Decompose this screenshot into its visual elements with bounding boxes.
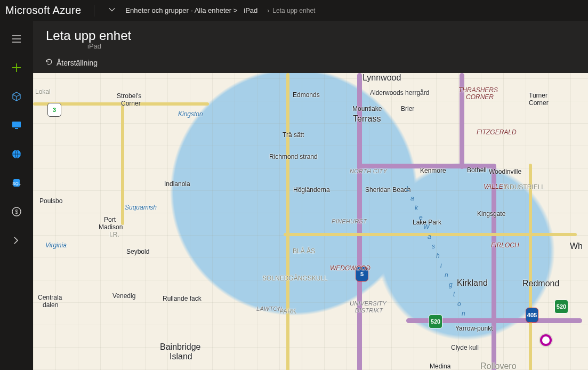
map-label: FITZGERALD	[477, 128, 517, 136]
globe-icon[interactable]	[10, 148, 23, 160]
breadcrumb-sep: ›	[264, 7, 272, 14]
map-label: FIRLOCH	[491, 242, 519, 249]
map-label: Corner	[121, 100, 141, 107]
map-label: Clyde kull	[451, 344, 479, 351]
route-shield: 520	[429, 315, 442, 328]
route-shield: 405	[526, 308, 538, 323]
svg-rect-1	[15, 128, 18, 129]
cost-icon[interactable]: $	[10, 205, 23, 218]
map-label: Alderwoods herrgård	[370, 89, 429, 96]
device-pin[interactable]	[540, 334, 552, 346]
map-label: Virginia	[45, 242, 67, 249]
refresh-icon	[45, 58, 53, 68]
blade-header: Leta upp enhet iPad	[33, 21, 588, 50]
menu-icon[interactable]	[10, 33, 23, 45]
lake-label-letter: W	[423, 223, 429, 231]
map-label: LAWTON	[256, 305, 282, 312]
add-icon[interactable]	[10, 61, 23, 74]
map-label: CORNER	[466, 93, 494, 101]
route-shield: 3	[47, 103, 61, 117]
map-label: Richmond strand	[269, 153, 318, 160]
more-icon[interactable]	[10, 234, 23, 247]
map-label: Kingsgate	[477, 210, 505, 218]
lake-label-letter: s	[432, 243, 435, 250]
breadcrumb-leaf: Leta upp enhet	[272, 7, 321, 14]
map-label: Wh	[570, 242, 583, 251]
refresh-button[interactable]: Återställning	[45, 58, 98, 68]
breadcrumb-root[interactable]: Enheter och grupper - Alla enheter >	[125, 6, 244, 14]
lake-label-letter: i	[440, 262, 442, 269]
map[interactable]: 35405520520LokalStrobel'sCornerKingstonI…	[33, 73, 588, 370]
lake-label-letter: e	[419, 214, 423, 221]
lake-label-letter: a	[410, 195, 414, 202]
brand[interactable]: Microsoft Azure	[0, 4, 94, 17]
lake-label-letter: o	[457, 300, 461, 308]
map-label: Island	[170, 352, 192, 361]
map-label: Edmonds	[293, 91, 320, 99]
map-label: Bainbridge	[160, 342, 201, 352]
map-label: UNIVERSITY	[350, 300, 386, 307]
map-label: Strobel's	[117, 92, 141, 100]
map-label: PARK	[279, 308, 296, 315]
map-label: dalen	[43, 301, 58, 309]
map-label: Venedig	[112, 292, 135, 300]
svg-text:$: $	[15, 209, 18, 215]
map-label: Redmond	[522, 279, 559, 288]
lake-label-letter: L	[406, 185, 410, 192]
map-label: Sheridan Beach	[365, 186, 410, 194]
divider	[94, 5, 94, 17]
monitor-icon[interactable]	[10, 119, 23, 132]
cube-icon[interactable]	[10, 90, 23, 103]
map-label: Yarrow-punkt	[455, 325, 493, 332]
lake-label-letter: n	[445, 271, 448, 279]
blade: Leta upp enhet iPad Återställning	[33, 21, 588, 370]
map-label: PINEHURST	[332, 218, 367, 224]
lake-label-letter: k	[415, 204, 418, 212]
map-label: Medina	[430, 363, 450, 370]
map-label: I.R.	[109, 231, 119, 238]
blade-toolbar: Återställning	[33, 50, 588, 73]
blade-title: Leta upp enhet	[46, 28, 588, 43]
map-label: SOLNEDGÅNGSKULL	[262, 275, 328, 282]
map-label: Port	[104, 216, 116, 223]
map-label: Rollovero	[480, 361, 517, 370]
map-label: Seybold	[126, 248, 149, 255]
map-label: Högländerna	[293, 186, 330, 194]
map-label: Trä sätt	[283, 131, 304, 139]
map-label: Woodinville	[489, 168, 521, 175]
map-label: Rullande fack	[163, 295, 202, 302]
top-bar: Microsoft Azure Enheter och grupper - Al…	[0, 0, 588, 21]
map-label: Mountlake	[352, 105, 382, 112]
map-label: Turner	[529, 92, 547, 99]
road	[529, 164, 532, 370]
map-label: DISTRIKT	[355, 307, 383, 313]
map-label: WEDGWOOD	[330, 264, 370, 272]
road	[286, 73, 289, 370]
refresh-label: Återställning	[57, 59, 98, 67]
map-label: Poulsbo	[39, 197, 62, 205]
breadcrumb-chevron-icon[interactable]	[99, 6, 125, 15]
map-label: Kingston	[178, 110, 203, 118]
lake-label-letter: g	[449, 281, 453, 288]
blade-subtitle: iPad	[46, 42, 588, 50]
map-label: Corner	[529, 99, 549, 107]
lake-label-letter: n	[462, 310, 465, 317]
map-label: Brier	[401, 105, 414, 112]
map-label: Kirkland	[457, 278, 488, 288]
map-label: Terrass	[353, 114, 381, 124]
breadcrumb-device[interactable]: iPad	[244, 6, 264, 14]
map-label: Lokal	[35, 88, 51, 95]
lake-label-letter: a	[428, 233, 431, 240]
map-label: Indianola	[164, 180, 190, 188]
lake-label-letter: h	[436, 252, 440, 260]
map-label: Madison	[99, 223, 123, 231]
svg-text:SQL: SQL	[12, 181, 21, 186]
map-background	[33, 73, 588, 370]
svg-rect-0	[12, 122, 21, 127]
route-shield: 520	[554, 300, 568, 313]
road	[121, 102, 124, 225]
map-label: Centrala	[38, 294, 62, 301]
database-icon[interactable]: SQL	[10, 176, 23, 189]
highway	[492, 164, 496, 370]
map-label: INDUSTRIELL	[503, 183, 545, 191]
